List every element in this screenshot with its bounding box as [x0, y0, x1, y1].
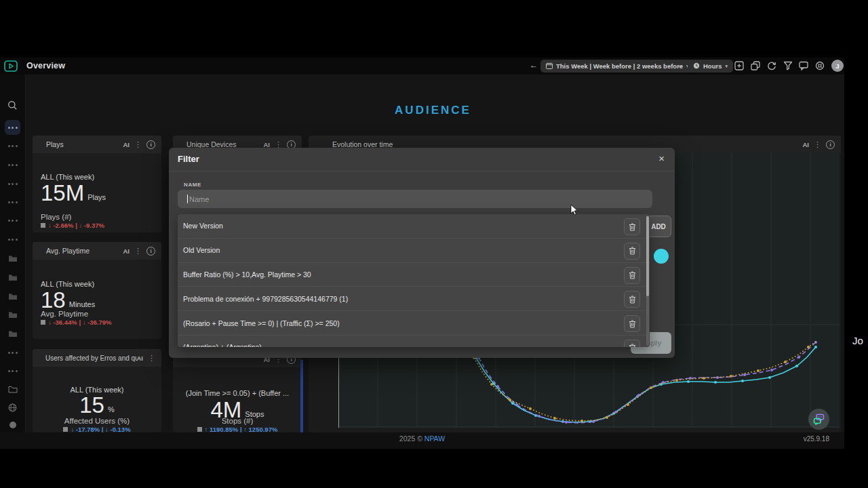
- sidebar-item-active-dashboard[interactable]: [5, 120, 20, 135]
- avg-playtime-card-header: Avg. Playtime AI⋮: [33, 242, 161, 260]
- copyright-text: 2025 © NPAW: [0, 434, 844, 443]
- mouse-cursor: [570, 204, 578, 219]
- color-picker-button[interactable]: [654, 249, 669, 264]
- delete-filter-button[interactable]: [624, 315, 640, 332]
- affected-users-card: Users affected by Erros and qua AI⋮ ALL …: [33, 349, 161, 432]
- chat-widget-button[interactable]: [808, 409, 829, 430]
- modal-title: Filter: [178, 154, 199, 164]
- sidebar-globe-icon[interactable]: [0, 398, 25, 417]
- date-range-selector[interactable]: This Week | Week before | 2 weeks before…: [540, 60, 694, 73]
- sidebar-dot-icon[interactable]: [0, 415, 25, 434]
- sidebar-folder-5-icon[interactable]: [0, 324, 25, 343]
- sidebar-folder-4-icon[interactable]: [0, 305, 25, 324]
- info-icon[interactable]: [826, 140, 835, 149]
- card-delta: ↓ -17.78% | ↓ -0.13%: [71, 426, 130, 432]
- sidebar-item-dashboard-5[interactable]: [0, 192, 25, 211]
- scrollbar-thumb[interactable]: [646, 216, 649, 296]
- filter-item-label: Problema de conexión + 99792856305441467…: [178, 295, 348, 303]
- info-icon[interactable]: [146, 247, 155, 256]
- card-scope: (Join Time >= 0.05) + (Buffer ...: [173, 389, 302, 397]
- ai-badge[interactable]: AI: [123, 141, 130, 148]
- legend-square-icon: [197, 427, 202, 432]
- kebab-menu-icon[interactable]: ⋮: [134, 247, 142, 256]
- legend-square-icon: [41, 223, 45, 228]
- info-icon[interactable]: [146, 140, 155, 149]
- delete-filter-button[interactable]: [624, 218, 640, 235]
- kebab-menu-icon[interactable]: ⋮: [134, 140, 142, 149]
- date-back-button[interactable]: ←: [530, 60, 538, 70]
- filter-list-item[interactable]: New Version: [178, 214, 650, 239]
- ai-badge[interactable]: AI: [803, 141, 810, 148]
- avg-playtime-card: Avg. Playtime AI⋮ ALL (This week) 18Minu…: [33, 242, 161, 339]
- sidebar-folder-1-icon[interactable]: [0, 249, 25, 268]
- sidebar-folder-3-icon[interactable]: [0, 287, 25, 306]
- name-field-label: NAME: [184, 182, 201, 188]
- filter-list-item[interactable]: Old Version: [178, 239, 650, 263]
- npaw-logo-icon[interactable]: [4, 60, 18, 75]
- plays-card: Plays AI⋮ ALL (This week) 15MPlays Plays…: [33, 136, 161, 232]
- copyright-year: 2025 ©: [399, 434, 422, 443]
- footer: 2025 © NPAW v25.9.18: [0, 432, 844, 449]
- sidebar-folder-2-icon[interactable]: [0, 268, 25, 287]
- sidebar-item-dashboard-2[interactable]: [0, 136, 25, 155]
- background-window-text: Jo: [852, 335, 863, 346]
- filter-list-item[interactable]: Problema de conexión + 99792856305441467…: [178, 287, 650, 311]
- ai-badge[interactable]: AI: [123, 247, 130, 255]
- card-value: 18: [41, 290, 66, 310]
- date-forward-button[interactable]: →: [676, 60, 684, 70]
- card-title: Users affected by Erros and qua: [39, 354, 137, 362]
- avatar[interactable]: J: [831, 60, 844, 72]
- calendar-icon: [546, 62, 553, 70]
- modal-divider: [169, 171, 675, 171]
- sidebar-item-more-1[interactable]: [0, 343, 25, 362]
- card-metric: Stops (#): [173, 417, 302, 425]
- brand-link[interactable]: NPAW: [425, 434, 445, 443]
- sidebar-item-dashboard-7[interactable]: [0, 230, 25, 249]
- affected-users-card-header: Users affected by Erros and qua AI⋮: [33, 349, 161, 367]
- filter-list-item[interactable]: (Argentina) + (Argentina): [178, 336, 650, 347]
- section-title: AUDIENCE: [25, 104, 841, 117]
- filter-item-label: New Version: [178, 222, 223, 230]
- refresh-icon[interactable]: [767, 61, 777, 71]
- delete-filter-button[interactable]: [624, 243, 640, 260]
- app-window: Overview ← This Week | Week before | 2 w…: [0, 58, 844, 449]
- sidebar-item-dashboard-6[interactable]: [0, 211, 25, 230]
- search-icon[interactable]: [0, 96, 25, 115]
- filter-list-item[interactable]: (Rosario + Pause Time >= 0) | (Traffic (…: [178, 311, 650, 336]
- plays-card-header: Plays AI⋮: [33, 136, 161, 153]
- card-value-row: 15%: [33, 395, 161, 415]
- kebab-menu-icon[interactable]: ⋮: [814, 140, 821, 149]
- card-selection-bar: [300, 360, 303, 432]
- chat-bubbles-icon: [813, 413, 825, 425]
- ai-badge[interactable]: AI: [264, 141, 271, 148]
- card-metric: Avg. Playtime: [41, 310, 88, 318]
- sidebar-item-more-2[interactable]: [0, 361, 25, 380]
- sidebar-item-dashboard-3[interactable]: [0, 155, 25, 174]
- text-caret: [187, 195, 188, 203]
- card-value: 15M: [41, 183, 84, 203]
- stops-card: AI⋮ (Join Time >= 0.05) + (Buffer ... 4M…: [173, 351, 302, 432]
- card-value: 15: [79, 395, 104, 415]
- granularity-selector[interactable]: Hours ▾: [688, 60, 733, 73]
- delete-filter-button[interactable]: [624, 340, 640, 347]
- filter-item-label: Old Version: [178, 246, 220, 254]
- chevron-down-icon: ▾: [725, 64, 728, 69]
- card-delta: ↓ -2.66% | ↓ -9.37%: [48, 222, 104, 229]
- top-bar: Overview ← This Week | Week before | 2 w…: [0, 58, 844, 75]
- sidebar-folder-outline-icon[interactable]: [0, 380, 25, 399]
- copy-icon[interactable]: [751, 61, 761, 71]
- filter-funnel-icon[interactable]: [783, 61, 793, 71]
- delete-filter-button[interactable]: [624, 267, 640, 284]
- ai-badge[interactable]: AI: [137, 354, 144, 362]
- support-icon[interactable]: [815, 61, 825, 71]
- sidebar: [0, 75, 26, 449]
- delete-filter-button[interactable]: [624, 291, 640, 308]
- sidebar-item-dashboard-4[interactable]: [0, 174, 25, 193]
- close-icon[interactable]: ×: [658, 152, 665, 164]
- legend-square-icon: [63, 427, 68, 432]
- kebab-menu-icon[interactable]: ⋮: [148, 354, 155, 363]
- comment-icon[interactable]: [799, 61, 809, 71]
- filter-list-item[interactable]: Buffer Ratio (%) > 10,Avg. Playtime > 30: [178, 263, 650, 287]
- add-widget-icon[interactable]: [734, 61, 745, 71]
- filter-name-input[interactable]: [178, 190, 652, 208]
